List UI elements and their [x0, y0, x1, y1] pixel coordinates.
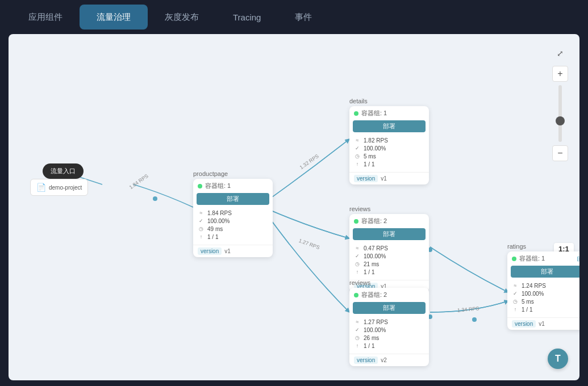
metric-latency: ◷ 26 ms [354, 334, 424, 341]
metric-ratio: ↑ 1 / 1 [354, 342, 424, 349]
ratings-header: 容器组: 1 ⊞ [507, 251, 579, 265]
connections-svg [9, 34, 579, 380]
reviews1-deploy-btn[interactable]: 部署 [353, 228, 426, 240]
help-btn[interactable]: T [548, 349, 568, 369]
metric-ratio: ↑ 1 / 1 [512, 306, 579, 313]
clock-icon: ◷ [512, 298, 519, 305]
metric-rps: ≈ 0.47 RPS [354, 245, 424, 251]
nav-item-tracing[interactable]: Tracing [216, 5, 278, 30]
check-icon: ✓ [198, 217, 205, 224]
rps-icon: ≈ [512, 282, 519, 289]
reviews2-deploy-btn[interactable]: 部署 [353, 302, 426, 314]
ratio-icon: ↑ [354, 161, 361, 167]
metric-rps: ≈ 1.27 RPS [354, 318, 424, 325]
rps-icon: ≈ [198, 209, 205, 216]
reviews1-label: reviews [349, 205, 370, 212]
version-badge-v2: version [354, 356, 378, 364]
ratings-deploy-btn[interactable]: 部署 [511, 266, 579, 278]
zoom-out-btn[interactable]: − [552, 145, 568, 161]
metric-success: ✓ 100.00% [354, 253, 424, 259]
metric-rps: ≈ 1.82 RPS [354, 137, 424, 144]
path-label-1: 1.84 RPS [128, 173, 149, 190]
details-header: 容器组: 1 [349, 106, 429, 119]
nav-item-events[interactable]: 事件 [278, 5, 329, 30]
ratings-metrics: ≈ 1.24 RPS ✓ 100.00% ◷ 5 ms ↑ 1 / 1 [507, 280, 579, 317]
reviews1-metrics: ≈ 0.47 RPS ✓ 100.00% ◷ 21 ms ↑ 1 / 1 [349, 242, 429, 280]
rps-icon: ≈ [354, 245, 361, 251]
version-badge: version [354, 175, 378, 182]
nav-item-trafficcontrol[interactable]: 流量治理 [80, 5, 148, 30]
entry-node: 流量入口 [43, 163, 84, 179]
productpage-metrics: ≈ 1.84 RPS ✓ 100.00% ◷ 49 ms ↑ 1 / 1 [193, 207, 273, 245]
productpage-node: 容器组: 1 部署 ≈ 1.84 RPS ✓ 100.00% ◷ 49 ms ↑… [193, 179, 273, 257]
status-dot [512, 257, 516, 261]
topology-canvas: 1.84 RPS 1.32 RPS 1.27 RPS 1.34 RPS 流量入口… [9, 34, 579, 380]
details-label: details [349, 98, 368, 104]
ratings-expand-icon[interactable]: ⊞ [577, 255, 579, 263]
zoom-slider-thumb[interactable] [556, 116, 565, 125]
metric-success: ✓ 100.00% [198, 217, 268, 224]
metric-ratio: ↑ 1 / 1 [198, 233, 268, 240]
clock-icon: ◷ [354, 334, 361, 341]
ratings-footer: version v1 [507, 317, 579, 330]
ratio-icon: ↑ [354, 342, 361, 349]
check-icon: ✓ [354, 326, 361, 333]
check-icon: ✓ [354, 145, 361, 152]
source-node: 📄 demo-project [30, 179, 88, 196]
svg-point-5 [472, 317, 477, 322]
reviews2-footer: version v2 [349, 354, 429, 366]
ratio-icon: ↑ [512, 306, 519, 313]
zoom-slider-track [558, 85, 562, 142]
path-label-2: 1.32 RPS [299, 153, 320, 170]
metric-success: ✓ 100.00% [354, 145, 424, 152]
productpage-header: 容器组: 1 [193, 179, 273, 192]
metric-rps: ≈ 1.24 RPS [512, 282, 579, 289]
ratings-label: ratings [507, 243, 526, 250]
reviews2-node: 容器组: 2 部署 ≈ 1.27 RPS ✓ 100.00% ◷ 26 ms ↑… [349, 288, 429, 366]
productpage-deploy-btn[interactable]: 部署 [197, 193, 269, 205]
version-badge: version [198, 247, 222, 255]
rps-icon: ≈ [354, 318, 361, 325]
path-label-3: 1.27 RPS [298, 238, 320, 251]
nav-item-graydeploy[interactable]: 灰度发布 [148, 5, 216, 30]
svg-point-1 [153, 196, 157, 201]
status-dot [198, 184, 202, 188]
status-dot [354, 293, 358, 297]
details-footer: version v1 [349, 172, 429, 184]
details-metrics: ≈ 1.82 RPS ✓ 100.00% ◷ 5 ms ↑ 1 / 1 [349, 135, 429, 172]
details-node: 容器组: 1 部署 ≈ 1.82 RPS ✓ 100.00% ◷ 5 ms ↑ … [349, 106, 429, 184]
reviews1-header: 容器组: 2 [349, 214, 429, 227]
productpage-footer: version v1 [193, 245, 273, 257]
rps-icon: ≈ [354, 137, 361, 144]
zoom-controls: ⤢ + − [552, 45, 568, 162]
metric-latency: ◷ 21 ms [354, 261, 424, 267]
path-label-4: 1.34 RPS [457, 305, 479, 313]
ratio-icon: ↑ [354, 268, 361, 275]
reviews2-label: reviews [349, 279, 370, 286]
nav-item-appcomponents[interactable]: 应用组件 [11, 5, 80, 30]
top-navigation: 应用组件 流量治理 灰度发布 Tracing 事件 [0, 0, 588, 34]
ratio-icon: ↑ [198, 233, 205, 240]
clock-icon: ◷ [354, 153, 361, 160]
version-badge: version [512, 320, 536, 328]
status-dot [354, 111, 358, 116]
status-dot [354, 219, 358, 224]
productpage-label: productpage [193, 170, 228, 177]
metric-latency: ◷ 49 ms [198, 225, 268, 232]
check-icon: ✓ [354, 253, 361, 259]
metric-success: ✓ 100.00% [512, 290, 579, 297]
zoom-in-btn[interactable]: + [552, 66, 568, 82]
ratings-node: 容器组: 1 ⊞ 部署 ≈ 1.24 RPS ✓ 100.00% ◷ 5 ms … [507, 251, 579, 330]
metric-ratio: ↑ 1 / 1 [354, 161, 424, 167]
metric-latency: ◷ 5 ms [512, 298, 579, 305]
clock-icon: ◷ [198, 225, 205, 232]
metric-ratio: ↑ 1 / 1 [354, 268, 424, 275]
metric-rps: ≈ 1.84 RPS [198, 209, 268, 216]
details-deploy-btn[interactable]: 部署 [353, 120, 426, 132]
clock-icon: ◷ [354, 261, 361, 267]
check-icon: ✓ [512, 290, 519, 297]
fullscreen-btn[interactable]: ⤢ [552, 45, 568, 61]
metric-latency: ◷ 5 ms [354, 153, 424, 160]
reviews2-metrics: ≈ 1.27 RPS ✓ 100.00% ◷ 26 ms ↑ 1 / 1 [349, 316, 429, 354]
metric-success: ✓ 100.00% [354, 326, 424, 333]
